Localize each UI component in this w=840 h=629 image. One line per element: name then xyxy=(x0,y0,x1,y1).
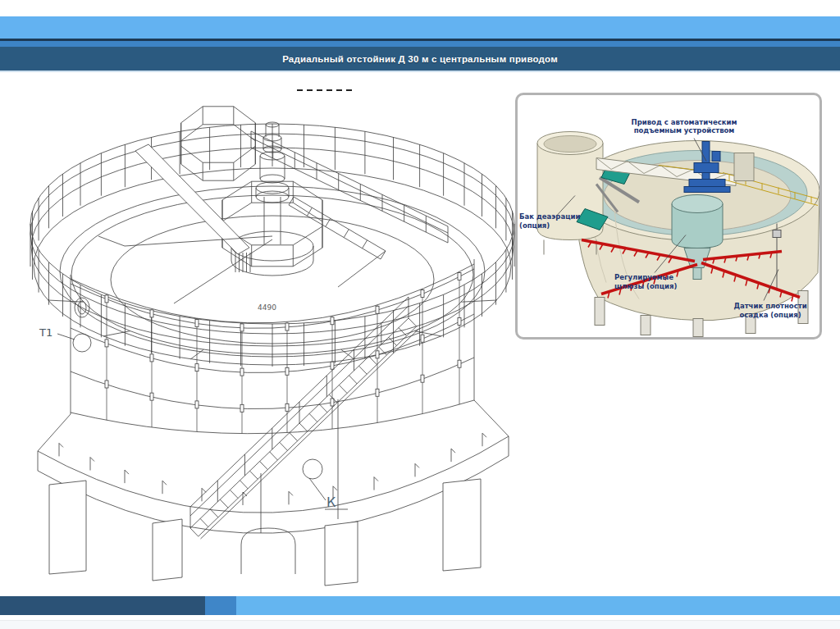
label-sensor-line1: Датчик плотности xyxy=(733,302,806,310)
control-cabinet xyxy=(734,153,754,181)
label-drive-line2: подъемным устройством xyxy=(634,126,735,134)
wireframe-lines xyxy=(30,90,514,586)
footer-bar xyxy=(0,596,840,615)
dimension-label: 4490 xyxy=(258,303,276,312)
label-sensor-line2: осадка (опция) xyxy=(739,311,801,319)
footer-segment-dark xyxy=(0,596,205,615)
deaeration-tank-opening xyxy=(544,136,596,153)
label-sluices-line2: шлюзы (опция) xyxy=(614,282,677,290)
label-drive-line1: Привод с автоматическим xyxy=(632,118,737,126)
density-sensor-head xyxy=(773,230,781,238)
label-deaeration-line2: (опция) xyxy=(519,221,550,230)
footer-segment-light xyxy=(236,596,840,615)
inset-diagram-panel: Привод с автоматическим подъемным устрой… xyxy=(515,93,822,340)
callout-k: К xyxy=(326,495,336,510)
footer-segment-mid xyxy=(205,596,236,615)
callout-t1: Т1 xyxy=(39,326,52,339)
top-medium-bar xyxy=(0,41,840,47)
label-sluices-line1: Регулируемые xyxy=(614,273,673,281)
clarifier-scheme-diagram: Привод с автоматическим подъемным устрой… xyxy=(518,95,819,337)
label-deaeration-line1: Бак деаэрации xyxy=(519,212,580,221)
scraper-shaft xyxy=(693,268,701,280)
feedwell-rim xyxy=(672,195,723,213)
title-bar: Радиальный отстойник Д 30 м с центральны… xyxy=(0,47,840,72)
top-accent-bar xyxy=(0,16,840,39)
bottom-strip xyxy=(0,620,840,629)
slide-root: Радиальный отстойник Д 30 м с центральны… xyxy=(0,0,840,629)
slide-title: Радиальный отстойник Д 30 м с центральны… xyxy=(282,54,558,64)
